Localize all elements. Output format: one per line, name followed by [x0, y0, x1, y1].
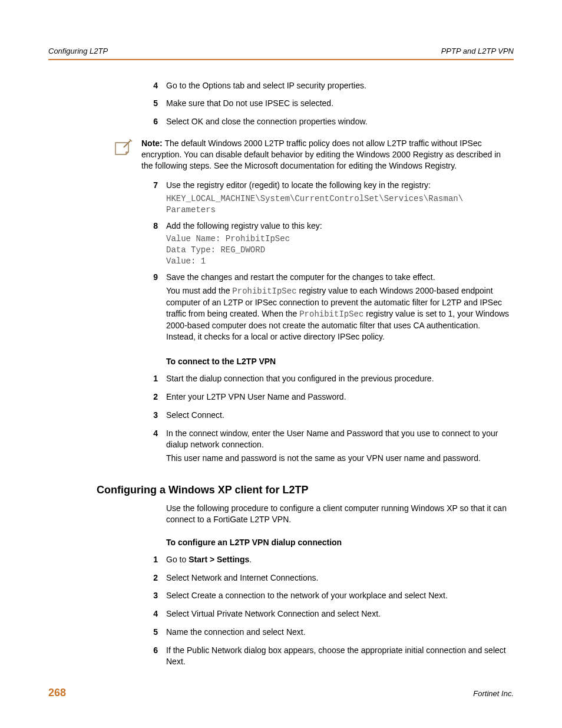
publisher: Fortinet Inc.: [473, 689, 514, 699]
step-number: 4: [140, 428, 166, 466]
list-item: 1 Start the dialup connection that you c…: [140, 373, 511, 387]
registry-path-code: HKEY_LOCAL_MACHINE\System\CurrentControl…: [166, 193, 511, 216]
list-item: 4 In the connect window, enter the User …: [140, 428, 511, 466]
step-number: 4: [140, 608, 166, 622]
note-body: The default Windows 2000 L2TP traffic po…: [141, 139, 501, 170]
list-item: 4 Go to the Options tab and select IP se…: [140, 80, 511, 94]
page-number: 268: [48, 686, 66, 700]
step-note: This user name and password is not the s…: [166, 453, 511, 464]
inline-code: ProhibitIpSec: [232, 286, 296, 296]
step-text: Select Connect.: [166, 410, 511, 421]
step-text: Enter your L2TP VPN User Name and Passwo…: [166, 391, 511, 403]
list-item: 1 Go to Start > Settings.: [140, 554, 511, 568]
note-icon: [112, 139, 135, 161]
running-head-left: Configuring L2TP: [48, 46, 108, 57]
step-number: 8: [140, 220, 166, 268]
step-text: If the Public Network dialog box appears…: [166, 645, 511, 667]
procedure-subhead: To connect to the L2TP VPN: [166, 356, 511, 367]
step-number: 2: [140, 391, 166, 405]
step-text: Go to the Options tab and select IP secu…: [166, 80, 511, 91]
list-item: 2 Enter your L2TP VPN User Name and Pass…: [140, 391, 511, 405]
step-text: Select Virtual Private Network Connectio…: [166, 608, 511, 620]
step-number: 6: [140, 116, 166, 130]
step-text: Save the changes and restart the compute…: [166, 272, 511, 283]
note-callout: Note: The default Windows 2000 L2TP traf…: [112, 138, 511, 172]
step-text: Use the registry editor (regedit) to loc…: [166, 180, 511, 191]
step-text: Make sure that Do not use IPSEC is selec…: [166, 98, 511, 109]
step-number: 3: [140, 410, 166, 423]
procedure-subhead: To configure an L2TP VPN dialup connecti…: [166, 537, 511, 548]
step-number: 9: [140, 272, 166, 344]
menu-path: Start > Settings: [189, 555, 249, 564]
step-number: 4: [140, 80, 166, 94]
section-heading: Configuring a Windows XP client for L2TP: [97, 483, 511, 497]
step-text: Name the connection and select Next.: [166, 627, 511, 638]
step-explanation: You must add the ProhibitIpSec registry …: [166, 285, 511, 342]
step-text: Select Network and Internet Connections.: [166, 572, 511, 584]
step-number: 1: [140, 373, 166, 387]
list-item: 7 Use the registry editor (regedit) to l…: [140, 180, 511, 216]
inline-code: ProhibitIpSec: [299, 309, 363, 319]
note-label: Note:: [141, 139, 163, 148]
list-item: 5 Name the connection and select Next.: [140, 627, 511, 640]
list-item: 3 Select Create a connection to the netw…: [140, 590, 511, 604]
step-number: 6: [140, 645, 166, 670]
list-item: 2 Select Network and Internet Connection…: [140, 572, 511, 586]
step-number: 7: [140, 180, 166, 216]
list-item: 4 Select Virtual Private Network Connect…: [140, 608, 511, 622]
list-item: 6 Select OK and close the connection pro…: [140, 116, 511, 130]
step-number: 5: [140, 98, 166, 111]
step-text: Start the dialup connection that you con…: [166, 373, 511, 384]
step-text: In the connect window, enter the User Na…: [166, 428, 511, 450]
registry-value-code: Value Name: ProhibitIpSec Data Type: REG…: [166, 233, 511, 267]
step-text: Add the following registry value to this…: [166, 220, 511, 232]
step-text: Go to Start > Settings.: [166, 554, 511, 565]
step-number: 1: [140, 554, 166, 568]
running-head-right: PPTP and L2TP VPN: [441, 46, 514, 57]
step-number: 2: [140, 572, 166, 586]
section-intro: Use the following procedure to configure…: [166, 503, 511, 525]
list-item: 9 Save the changes and restart the compu…: [140, 272, 511, 344]
list-item: 8 Add the following registry value to th…: [140, 220, 511, 268]
list-item: 5 Make sure that Do not use IPSEC is sel…: [140, 98, 511, 111]
step-number: 5: [140, 627, 166, 640]
step-number: 3: [140, 590, 166, 604]
list-item: 3 Select Connect.: [140, 410, 511, 423]
header-rule: [48, 59, 514, 60]
list-item: 6 If the Public Network dialog box appea…: [140, 645, 511, 670]
step-text: Select Create a connection to the networ…: [166, 590, 511, 601]
step-text: Select OK and close the connection prope…: [166, 116, 511, 127]
